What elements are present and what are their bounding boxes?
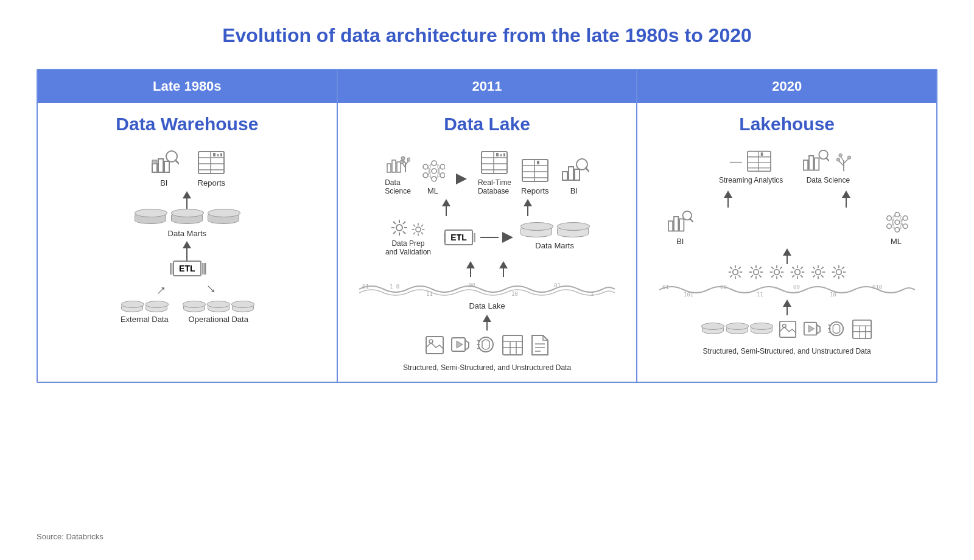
data-marts-label: Data Marts: [168, 229, 207, 239]
bi-barchart-col3: [801, 149, 829, 173]
reports-icon-label-col2: Reports: [521, 157, 549, 195]
svg-line-181: [801, 267, 802, 268]
external-data-label: External Data: [121, 315, 169, 324]
bi-icon-col2: [559, 157, 589, 184]
reports-icon-label: Reports: [197, 149, 225, 187]
svg-line-69: [403, 231, 405, 234]
dash-icon: —: [730, 155, 742, 169]
etl-wrapper-col2: || ETL ||: [443, 229, 474, 245]
svg-line-70: [403, 222, 405, 224]
svg-text:11: 11: [757, 292, 763, 298]
dataprep-label: Data Prepand Validation: [385, 239, 431, 256]
svg-line-172: [780, 267, 782, 268]
svg-rect-49: [500, 154, 502, 156]
ml-icon-col2: [421, 158, 445, 184]
svg-rect-50: [503, 153, 505, 156]
arrow-up-right-col2: [524, 199, 532, 216]
spreadsheet-icon: [502, 334, 524, 356]
svg-rect-58: [569, 167, 573, 180]
col1-title: Data Warehouse: [38, 103, 337, 141]
col2-body: DataScience: [338, 141, 637, 382]
c3-cyl3: [751, 325, 773, 334]
svg-point-28: [432, 177, 436, 181]
video-icon-col3: [803, 319, 821, 340]
spreadsheet-icon-col3: [852, 319, 872, 340]
diagram-container: Late 1980s Data Warehouse: [37, 69, 937, 383]
svg-line-155: [730, 275, 732, 277]
source-text: Source: Databricks: [37, 531, 103, 542]
realtime-db-icon: [480, 149, 508, 176]
pipe-left: |||: [169, 261, 173, 275]
reports-icon-col2: [521, 157, 549, 184]
etl-label-col1: ETL: [179, 264, 195, 273]
svg-line-179: [792, 267, 794, 268]
svg-point-133: [903, 216, 908, 221]
svg-rect-0: [152, 164, 157, 172]
svg-line-189: [821, 275, 823, 277]
gear3: [769, 264, 785, 280]
col2-top-icons: DataScience: [385, 149, 589, 195]
bi-icon-label-col2: BI: [559, 157, 589, 195]
svg-line-77: [413, 225, 415, 226]
right-arrow-etl: [480, 232, 514, 243]
arrow-up-from-sources: [483, 315, 491, 331]
gear5: [810, 264, 826, 280]
arrow-to-datamarts: [183, 241, 191, 261]
svg-point-183: [815, 270, 821, 275]
col3-bottom-icons: [702, 319, 872, 340]
svg-line-191: [813, 275, 815, 277]
svg-rect-113: [815, 158, 819, 170]
svg-point-192: [836, 270, 841, 275]
data-science-label-col3: Data Science: [807, 176, 850, 184]
svg-text:00: 00: [793, 284, 800, 290]
doc-icon: [530, 334, 549, 356]
data-marts-icon: [135, 212, 239, 225]
right-arrow-col2: [455, 173, 468, 184]
etl-box-col1: ETL: [173, 261, 201, 276]
streaming-analytics-icon-label: — Streaming Analytics: [719, 149, 783, 184]
page-title: Evolution of data architecture from the …: [222, 24, 752, 47]
svg-line-162: [759, 275, 761, 277]
ext-cyl1: [121, 303, 143, 312]
gear-series: [727, 264, 847, 280]
svg-point-62: [396, 225, 402, 231]
svg-line-68: [393, 222, 396, 224]
svg-point-25: [423, 173, 428, 178]
audio-icon-col3: [827, 319, 846, 340]
svg-rect-2: [158, 159, 163, 172]
svg-rect-15: [392, 160, 396, 172]
operational-data-label: Operational Data: [189, 315, 248, 324]
svg-point-29: [440, 164, 445, 169]
svg-point-129: [887, 224, 892, 229]
svg-point-147: [732, 270, 738, 275]
svg-rect-13: [220, 153, 222, 156]
svg-marker-91: [465, 340, 469, 350]
bi-ml-labels: BI: [647, 210, 927, 246]
col2-lake-arrows: [466, 261, 508, 277]
etl-label-col2: ETL: [450, 233, 466, 242]
diagonal-arrows-col1: ↑ ↑: [158, 281, 215, 298]
streaming-analytics-label: Streaming Analytics: [719, 176, 783, 184]
svg-text:10: 10: [830, 292, 836, 298]
gear-icon-1: [390, 219, 408, 237]
ds-tree-col3: [833, 149, 855, 173]
ml-icon-col3: ML: [884, 210, 908, 246]
cylinder3: [208, 212, 239, 224]
dataprep-icon-label: Data Prepand Validation: [385, 219, 431, 256]
svg-line-198: [842, 275, 844, 277]
arrow-up-ml: [842, 191, 850, 208]
binary-wave-col3: 01 101 00 11 00 10 010: [659, 281, 915, 298]
svg-rect-112: [809, 156, 813, 170]
svg-text:00: 00: [469, 282, 475, 289]
pipe-right: |||: [201, 261, 206, 275]
svg-point-130: [895, 212, 900, 217]
svg-line-170: [771, 267, 773, 268]
svg-point-120: [837, 158, 840, 161]
svg-line-152: [730, 267, 732, 268]
svg-line-163: [759, 267, 761, 268]
operational-data-icon: Operational Data: [183, 303, 254, 324]
gear-icon-2: [411, 222, 426, 237]
cylinders-col3: [702, 325, 773, 334]
svg-marker-212: [808, 325, 814, 332]
bi-bars-col3: [665, 210, 695, 234]
